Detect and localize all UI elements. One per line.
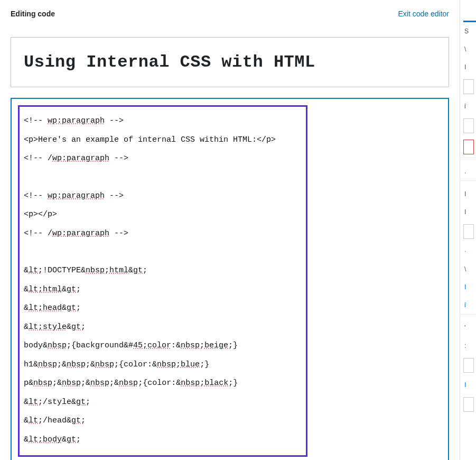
code-line: p&nbsp;&nbsp;&nbsp;&nbsp;{color:&nbsp;bl… — [24, 378, 302, 390]
code-line: h1&nbsp;&nbsp;&nbsp;{color:&nbsp;blue;} — [24, 359, 302, 371]
sidebar-thumb[interactable] — [463, 118, 474, 133]
sidebar-link[interactable]: I — [460, 278, 476, 296]
sidebar-link[interactable]: i — [460, 296, 476, 314]
sidebar-item[interactable]: . — [460, 162, 476, 180]
post-title-text: Using Internal CSS with HTML — [24, 52, 436, 72]
code-line: body&nbsp;{background&#45;color:&nbsp;be… — [24, 340, 302, 352]
code-line: &lt;/style&gt; — [24, 397, 302, 409]
code-line: &lt;/head&gt; — [24, 415, 302, 427]
code-line: &lt;html&gt; — [24, 284, 302, 296]
sidebar-group: ' : I — [460, 314, 476, 415]
sidebar-thumb[interactable] — [463, 224, 474, 239]
post-title-field[interactable]: Using Internal CSS with HTML — [11, 37, 449, 87]
sidebar-item[interactable]: : — [460, 337, 476, 355]
code-line — [24, 172, 302, 183]
sidebar-group: . — [460, 158, 476, 180]
code-line: &lt;!DOCTYPE&nbsp;html&gt; — [24, 265, 302, 277]
sidebar-item[interactable]: i — [460, 97, 476, 115]
sidebar-thumb[interactable] — [463, 397, 474, 412]
app-root: Editing code Exit code editor Using Inte… — [0, 0, 476, 460]
code-line: <!-- wp:paragraph --> — [24, 115, 302, 127]
main-panel: Editing code Exit code editor Using Inte… — [0, 0, 460, 460]
sidebar-thumb[interactable] — [463, 79, 474, 94]
code-line — [24, 246, 302, 258]
sidebar-link[interactable]: · — [460, 242, 476, 260]
code-line: <!-- /wp:paragraph --> — [24, 153, 302, 165]
sidebar-thumb[interactable] — [463, 140, 474, 154]
editing-code-label: Editing code — [11, 10, 55, 18]
sidebar-group: I I · \ I i — [460, 180, 476, 314]
exit-code-editor-link[interactable]: Exit code editor — [398, 10, 450, 18]
code-highlight-box: <!-- wp:paragraph --><p>Here's an exampl… — [18, 105, 307, 457]
top-bar: Editing code Exit code editor — [11, 10, 449, 18]
code-line: &lt;head&gt; — [24, 302, 302, 315]
sidebar-item[interactable]: \ — [460, 40, 476, 58]
sidebar-item[interactable]: ' — [460, 319, 476, 337]
code-line: &lt;style&gt; — [24, 321, 302, 334]
settings-sidebar: S \ I i . I I · \ I i ' : I — [460, 0, 476, 460]
code-editor-textarea[interactable]: <!-- wp:paragraph --><p>Here's an exampl… — [11, 98, 449, 460]
code-line: <p>Here's an example of internal CSS wit… — [24, 134, 302, 146]
code-line: <p></p> — [24, 209, 302, 221]
sidebar-tab-active[interactable] — [463, 2, 476, 22]
sidebar-item[interactable]: \ — [460, 260, 476, 278]
sidebar-item[interactable]: S — [460, 22, 476, 40]
sidebar-item[interactable]: I — [460, 185, 476, 203]
sidebar-thumb[interactable] — [463, 358, 474, 373]
code-line: &lt;body&gt; — [24, 434, 302, 446]
sidebar-item[interactable]: I — [460, 58, 476, 76]
sidebar-item[interactable]: I — [460, 203, 476, 221]
code-line: <!-- /wp:paragraph --> — [24, 228, 302, 240]
sidebar-link[interactable]: I — [460, 376, 476, 394]
code-line: <!-- wp:paragraph --> — [24, 190, 302, 203]
